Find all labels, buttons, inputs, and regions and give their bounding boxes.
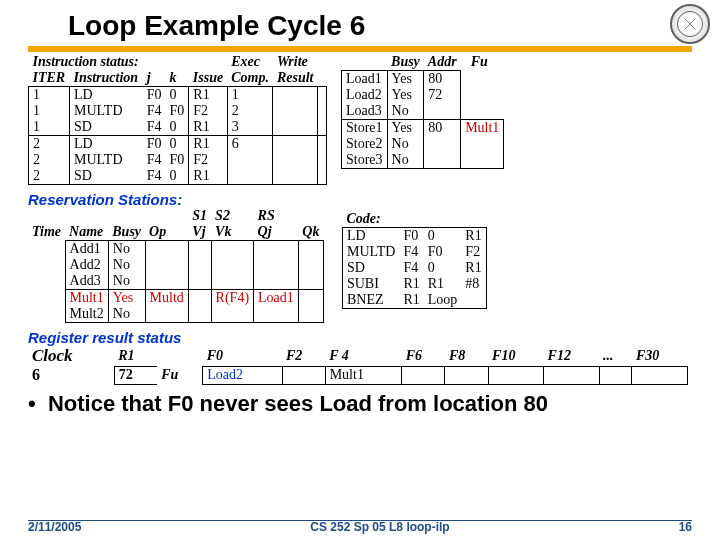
f0-head: F0	[203, 346, 282, 366]
clock-val: 6	[28, 366, 114, 384]
f2-head: F2	[282, 346, 325, 366]
time-head: Time	[28, 224, 65, 241]
addr-head: Addr	[424, 54, 461, 71]
f30-head: F30	[632, 346, 688, 366]
load-store-table: BusyAddrFu Load1Yes80 Load2Yes72 Load3No…	[341, 54, 504, 169]
iter-head: ITER	[29, 70, 70, 87]
dots-head: ...	[599, 346, 632, 366]
j-head: j	[143, 70, 166, 87]
fu-head: Fu	[461, 54, 504, 71]
bullet-note: • Notice that F0 never sees Load from lo…	[28, 391, 692, 417]
vj-head: Vj	[188, 224, 211, 241]
exec-label: Exec	[227, 54, 273, 70]
title-underline	[28, 46, 692, 52]
code-head: Code:	[342, 211, 486, 228]
footer: 2/11/2005 CS 252 Sp 05 L8 loop-ilp 16	[0, 520, 720, 534]
comp-head: Comp.	[227, 70, 273, 87]
seal-icon	[670, 4, 710, 44]
name-head: Name	[65, 224, 108, 241]
instruction-status-table: Instruction status: Exec Write ITER Inst…	[28, 54, 327, 185]
result-head: Result	[273, 70, 318, 87]
footer-course: CS 252 Sp 05 L8 loop-ilp	[310, 520, 449, 534]
busy2-head: Busy	[108, 224, 145, 241]
vk-head: Vk	[211, 224, 253, 241]
f4-head: F 4	[325, 346, 402, 366]
qj-head: Qj	[254, 224, 299, 241]
clock-head: Clock	[28, 346, 114, 366]
f10-head: F10	[488, 346, 544, 366]
footer-date: 2/11/2005	[28, 520, 81, 534]
issue-head: Issue	[189, 70, 227, 87]
rs-label: Reservation Stations:	[28, 191, 692, 208]
busy-head: Busy	[387, 54, 424, 71]
k-head: k	[166, 70, 189, 87]
fu2-head: Fu	[157, 366, 202, 384]
f8-head: F8	[445, 346, 488, 366]
s2-head: S2	[211, 208, 253, 224]
op-head: Op	[145, 224, 188, 241]
rrs-table: Clock R1 F0 F2 F 4 F6 F8 F10 F12 ... F30…	[28, 346, 688, 385]
f12-head: F12	[544, 346, 600, 366]
s1-head: S1	[188, 208, 211, 224]
qk-head: Qk	[298, 224, 323, 241]
rrs-label: Register result status	[28, 329, 692, 346]
rs-table: S1 S2 RS Time Name Busy Op Vj Vk Qj Qk A…	[28, 208, 324, 323]
instr-status-label: Instruction status:	[29, 54, 143, 70]
rshead: RS	[254, 208, 299, 224]
code-table: Code: LDF00R1 MULTDF4F0F2 SDF40R1 SUBIR1…	[342, 211, 487, 309]
r1-head: R1	[114, 346, 157, 366]
instruction-head: Instruction	[70, 70, 143, 87]
slide-title: Loop Example Cycle 6	[68, 10, 692, 42]
write-label: Write	[273, 54, 318, 70]
footer-page: 16	[679, 520, 692, 534]
f6-head: F6	[402, 346, 445, 366]
